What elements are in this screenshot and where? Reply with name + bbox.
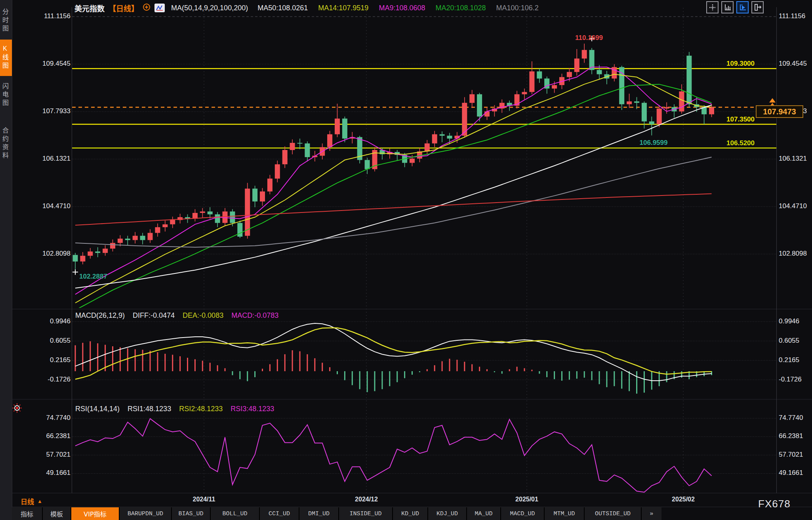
macd-dea-value: DEA:-0.0083 <box>183 311 223 320</box>
macd-axis-label-right: 0.6055 <box>779 337 799 345</box>
period-tag[interactable]: 【日线】 <box>109 3 139 13</box>
main-axis-label-left: 107.7933 <box>12 107 71 115</box>
sidebar-item-3[interactable]: 闪电图 <box>0 77 12 113</box>
time-axis-month-1: 2024/11 <box>193 496 215 503</box>
indicator-tab-15[interactable]: OUTSIDE_UD <box>585 507 641 520</box>
price-annotation-2: 102.2887 <box>79 273 107 281</box>
add-indicator-icon[interactable] <box>143 3 151 13</box>
rsi-axis-label-right: 74.7740 <box>779 414 803 422</box>
price-annotation-3: 106.9599 <box>640 139 668 147</box>
macd-header: MACD(26,12,9) DIFF:-0.0474 DEA:-0.0083 M… <box>75 311 278 320</box>
macd-axis-label-left: 0.2165 <box>12 356 71 364</box>
indicator-tab-16[interactable]: » <box>642 507 661 520</box>
rsi2-value: RSI2:48.1233 <box>179 405 223 413</box>
ma-value-5: MA100:106.2 <box>496 4 539 12</box>
main-axis-label-right: 102.8098 <box>779 250 807 258</box>
chart-type-icon[interactable] <box>154 4 165 12</box>
ma-value-2: MA14:107.9519 <box>318 4 368 12</box>
axis-play-icon[interactable] <box>736 1 749 13</box>
indicator-tab-11[interactable]: KDJ_UD <box>428 507 466 520</box>
main-axis-label-left: 111.1156 <box>12 12 71 20</box>
price-line-label-3: 106.5200 <box>675 139 755 147</box>
sidebar-item-4[interactable]: 合约资料 <box>0 117 12 170</box>
macd-diff-value: DIFF:-0.0474 <box>133 311 175 320</box>
main-axis-label-left: 106.1321 <box>12 155 71 163</box>
ma-values: MA50:108.0261MA14:107.9519MA9:108.0608MA… <box>257 4 539 12</box>
macd-axis-label-left: 0.6055 <box>12 337 71 345</box>
indicator-tab-9[interactable]: INSIDE_UD <box>339 507 392 520</box>
main-axis-label-right: 109.4545 <box>779 60 807 68</box>
rsi1-value: RSI1:48.1233 <box>128 405 171 413</box>
indicator-tab-8[interactable]: DMI_UD <box>299 507 338 520</box>
triangle-up-icon: ▲ <box>37 498 42 504</box>
indicator-tab-bar: 指标模板VIP指标BARUPDN_UDBIAS_UDBOLL_UDCCI_UDD… <box>12 507 661 520</box>
rsi-axis-label-right: 57.7021 <box>779 451 803 459</box>
exit-right-icon[interactable] <box>751 1 764 13</box>
price-line-label-1: 109.3000 <box>675 60 755 68</box>
ma-settings: MA(50,14,9,20,100,200) <box>171 4 248 12</box>
macd-axis-label-left: 0.9946 <box>12 317 71 325</box>
period-badge[interactable]: 日线 ▲ <box>21 496 42 506</box>
sidebar-item-1[interactable]: 分时图 <box>0 2 12 39</box>
rsi-header: RSI(14,14,14) RSI1:48.1233 RSI2:48.1233 … <box>75 405 274 413</box>
current-price-tag: 107.9473 <box>756 105 803 118</box>
macd-title: MACD(26,12,9) <box>75 311 125 320</box>
indicator-tab-7[interactable]: CCI_UD <box>260 507 299 520</box>
indicator-tab-14[interactable]: MTM_UD <box>545 507 584 520</box>
time-axis-month-2: 2024/12 <box>355 496 378 503</box>
chart-toolbar <box>706 1 764 13</box>
rsi-axis-label-right: 49.1661 <box>779 469 803 477</box>
rsi-axis-label-left: 74.7740 <box>12 414 71 422</box>
trading-app-window: 分时图K线图闪电图合约资料 美元指数 【日线】 MA(50,14,9,20,10… <box>0 0 812 520</box>
price-annotation-1: 110.1699 <box>575 34 603 42</box>
macd-axis-label-left: -0.1726 <box>12 376 71 383</box>
symbol-name: 美元指数 <box>74 3 105 13</box>
indicator-tab-12[interactable]: MA_UD <box>467 507 500 520</box>
period-badge-label: 日线 <box>21 496 34 506</box>
main-axis-label-right: 106.1321 <box>779 155 807 163</box>
macd-axis-label-right: -0.1726 <box>779 376 802 383</box>
indicator-tab-1[interactable]: 指标 <box>12 507 42 520</box>
main-axis-label-right: 104.4710 <box>779 202 807 210</box>
indicator-tab-6[interactable]: BOLL_UD <box>211 507 259 520</box>
rsi-axis-label-right: 66.2381 <box>779 432 803 440</box>
rsi-axis-label-left: 57.7021 <box>12 451 71 459</box>
main-axis-label-left: 102.8098 <box>12 250 71 258</box>
rsi-axis-label-left: 49.1661 <box>12 469 71 477</box>
axis-scale-icon[interactable] <box>721 1 734 13</box>
macd-axis-label-right: 0.2165 <box>779 356 799 364</box>
ma-value-3: MA9:108.0608 <box>379 4 425 12</box>
main-axis-label-right: 111.1156 <box>779 12 805 20</box>
main-axis-label-left: 109.4545 <box>12 60 71 68</box>
chart-canvas[interactable] <box>0 0 812 520</box>
macd-value: MACD:-0.0783 <box>231 311 278 320</box>
alert-sun-icon[interactable] <box>12 403 22 415</box>
sidebar-item-2[interactable]: K线图 <box>0 40 12 76</box>
main-axis-label-left: 104.4710 <box>12 202 71 210</box>
indicator-tab-2[interactable]: 模板 <box>43 507 71 520</box>
rsi-axis-label-left: 66.2381 <box>12 432 71 440</box>
time-axis-month-4: 2025/02 <box>672 496 695 503</box>
indicator-tab-10[interactable]: KD_UD <box>393 507 427 520</box>
indicator-tab-4[interactable]: BARUPDN_UD <box>120 507 171 520</box>
crosshair-move-icon[interactable] <box>706 1 719 13</box>
macd-axis-label-right: 0.9946 <box>779 317 799 325</box>
chart-header: 美元指数 【日线】 MA(50,14,9,20,100,200) MA50:10… <box>74 3 539 13</box>
rsi3-value: RSI3:48.1233 <box>231 405 274 413</box>
ma-value-1: MA50:108.0261 <box>257 4 308 12</box>
left-sidebar: 分时图K线图闪电图合约资料 <box>0 0 12 520</box>
indicator-tab-3[interactable]: VIP指标 <box>71 507 119 520</box>
indicator-tab-13[interactable]: MACD_UD <box>501 507 544 520</box>
time-axis-month-3: 2025/01 <box>515 496 538 503</box>
rsi-title: RSI(14,14,14) <box>75 405 120 413</box>
price-line-label-2: 107.3500 <box>675 116 755 123</box>
indicator-tab-5[interactable]: BIAS_UD <box>172 507 210 520</box>
watermark: FX678 <box>758 498 791 510</box>
ma-value-4: MA20:108.1028 <box>435 4 486 12</box>
